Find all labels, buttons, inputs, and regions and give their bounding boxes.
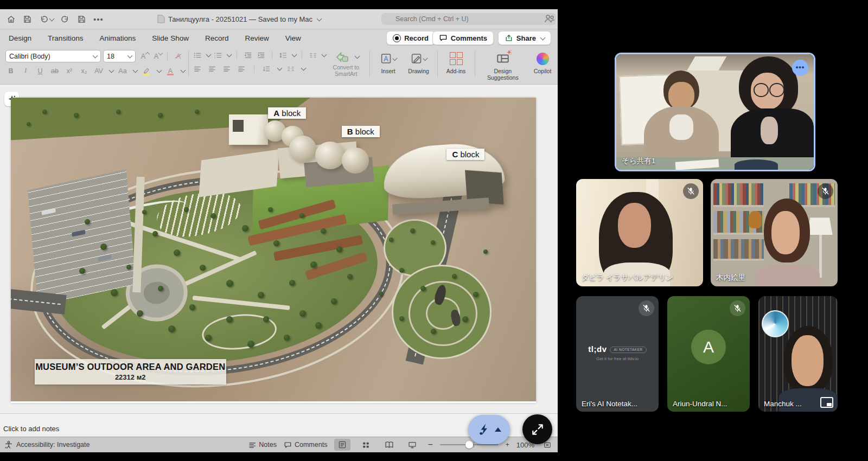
superscript-button[interactable]: x² (64, 66, 75, 76)
normal-view-button[interactable] (334, 439, 350, 451)
slide[interactable]: A block B block C block MUSEUM’S OUTDOOR… (11, 98, 536, 403)
text-direction-button[interactable] (261, 63, 272, 74)
decor-tree (210, 213, 216, 219)
change-case-button[interactable]: Aa (117, 66, 128, 76)
slide-sorter-button[interactable] (358, 439, 374, 451)
undo-button[interactable] (39, 15, 54, 24)
video-tile-davila[interactable]: ダビラ イラサバルアデリン (576, 179, 703, 286)
zoom-in-button[interactable]: + (506, 441, 509, 449)
tab-transitions[interactable]: Transitions (48, 34, 84, 42)
quick-access-toolbar: ••• (0, 15, 104, 24)
tab-design[interactable]: Design (9, 34, 31, 42)
video-tile-kiuchi[interactable]: 木内絵里 (711, 179, 838, 286)
document-title[interactable]: Танилцуулга - 20251021 — Saved to my Mac (157, 9, 321, 29)
decor-tree (399, 268, 404, 273)
shrink-font-button[interactable]: A (151, 51, 162, 61)
copilot-button[interactable]: Copilot (527, 50, 558, 74)
picture-in-picture-icon[interactable] (820, 397, 833, 408)
label-b-block[interactable]: B block (342, 126, 380, 137)
insert-button[interactable]: Insert (373, 50, 404, 74)
comments-button-label: Comments (451, 34, 487, 42)
character-spacing-button[interactable]: AV (93, 66, 104, 76)
slide-image: A block B block C block MUSEUM’S OUTDOOR… (11, 98, 536, 401)
caret-up-icon[interactable] (495, 427, 501, 432)
video-tile-tldv[interactable]: tl;dvAI NOTETAKER Get it for free at tld… (576, 296, 659, 412)
align-right-button[interactable] (221, 63, 232, 74)
justify-button[interactable] (236, 63, 247, 74)
underline-button[interactable]: U (35, 66, 46, 76)
tab-slide-show[interactable]: Slide Show (152, 34, 189, 42)
speaker-video (616, 54, 814, 170)
separator (254, 65, 254, 73)
fullscreen-button[interactable] (522, 414, 552, 444)
video-tile-ariun[interactable]: A Ariun-Undral N... (667, 296, 750, 412)
accessibility-status[interactable]: Accessibility: Investigate (0, 440, 90, 449)
drawing-button[interactable]: Drawing (404, 50, 434, 74)
separator (167, 52, 168, 61)
video-tile-speaker[interactable]: ••• そら共有1 (615, 53, 815, 171)
strikethrough-button[interactable]: ab (49, 66, 60, 76)
more-commands-icon[interactable]: ••• (93, 15, 104, 24)
label-c-block[interactable]: C block (446, 149, 484, 160)
comments-button[interactable]: Comments (432, 31, 494, 45)
save-icon[interactable] (23, 15, 32, 24)
reading-view-button[interactable] (381, 439, 397, 451)
tab-record[interactable]: Record (205, 34, 229, 42)
line-spacing-button[interactable] (278, 50, 289, 60)
clear-formatting-button[interactable]: A (173, 51, 184, 61)
highlight-button[interactable] (141, 66, 152, 76)
tab-review[interactable]: Review (245, 34, 269, 42)
italic-button[interactable]: I (20, 66, 31, 76)
ribbon: Calibri (Body) 18 A A A B I U ab x² x₂ (0, 47, 558, 85)
slideshow-button[interactable] (404, 439, 420, 451)
video-tile-manchuk[interactable]: Manchuk ... (758, 296, 838, 412)
design-suggestions-label: Design Suggestions (478, 68, 527, 81)
slide-caption[interactable]: MUSEUM’S OUTDOOR AREA AND GARDEN 22312 м… (35, 359, 226, 385)
decor-car (98, 254, 112, 262)
comments-toggle[interactable]: Comments (284, 441, 327, 449)
decor-tree (268, 207, 273, 212)
highlight-color-bar (143, 74, 150, 75)
separator (237, 51, 237, 60)
decrease-indent-button[interactable] (242, 50, 253, 60)
font-size-select[interactable]: 18 (103, 50, 136, 62)
columns-button[interactable] (308, 50, 318, 60)
share-button[interactable]: Share (498, 31, 551, 45)
convert-smartart-button[interactable]: Convert to SmartArt (326, 50, 366, 77)
design-suggestions-button[interactable]: Design Suggestions (478, 50, 527, 81)
home-icon[interactable] (7, 15, 16, 24)
people-presence-icon[interactable] (544, 14, 556, 24)
bullets-button[interactable] (192, 50, 203, 60)
save-as-icon[interactable] (77, 15, 86, 24)
increase-indent-button[interactable] (256, 50, 266, 60)
font-name-select[interactable]: Calibri (Body) (5, 50, 101, 62)
separator (369, 51, 370, 77)
tab-animations[interactable]: Animations (100, 34, 136, 42)
align-center-button[interactable] (207, 63, 218, 74)
zoom-slider-thumb[interactable] (465, 441, 473, 449)
zoom-slider[interactable] (440, 444, 499, 445)
record-button[interactable]: Record (386, 31, 435, 45)
bold-button[interactable]: B (5, 66, 16, 76)
chevron-down-icon (392, 55, 397, 60)
search-input[interactable] (381, 13, 556, 25)
zoom-out-button[interactable]: − (427, 440, 432, 450)
redo-icon[interactable] (61, 15, 70, 24)
annotation-pill-button[interactable] (468, 415, 510, 444)
label-a-block[interactable]: A block (268, 107, 306, 119)
insert-textbox-icon (380, 52, 392, 66)
chevron-down-icon (317, 16, 322, 21)
addins-label: Add-ins (446, 68, 466, 74)
notes-toggle[interactable]: Notes (248, 441, 277, 449)
tab-view[interactable]: View (285, 34, 301, 42)
grow-font-button[interactable]: A (138, 51, 149, 61)
font-color-button[interactable]: A (165, 66, 176, 76)
subscript-button[interactable]: x₂ (79, 66, 90, 76)
participant-name: ダビラ イラサバルアデリン (582, 273, 674, 283)
align-text-button[interactable] (285, 63, 296, 74)
numbering-button[interactable] (213, 50, 224, 60)
addins-button[interactable]: Add-ins (441, 50, 471, 74)
tldv-badge: AI NOTETAKER (610, 347, 646, 353)
tile-more-options-button[interactable]: ••• (792, 60, 808, 76)
align-left-button[interactable] (192, 63, 203, 74)
